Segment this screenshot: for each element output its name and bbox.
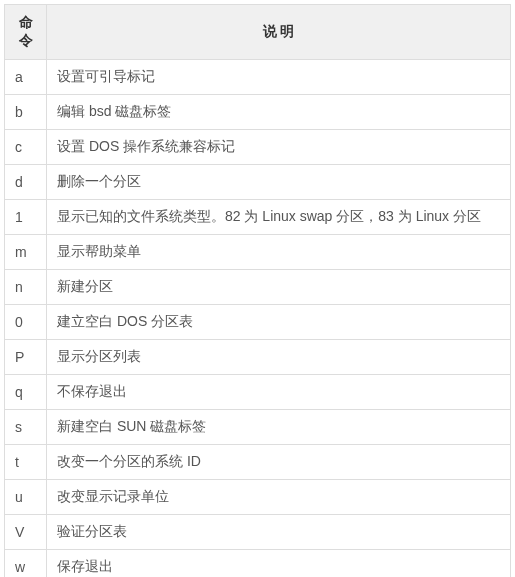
cell-description: 显示已知的文件系统类型。82 为 Linux swap 分区，83 为 Linu…: [47, 200, 511, 235]
cell-command: q: [5, 375, 47, 410]
cell-command: c: [5, 130, 47, 165]
cell-description: 显示分区列表: [47, 340, 511, 375]
cell-description: 验证分区表: [47, 515, 511, 550]
cell-command: u: [5, 480, 47, 515]
table-row: V验证分区表: [5, 515, 511, 550]
table-row: s新建空白 SUN 磁盘标签: [5, 410, 511, 445]
cell-command: s: [5, 410, 47, 445]
table-row: a设置可引导标记: [5, 60, 511, 95]
cell-description: 改变一个分区的系统 ID: [47, 445, 511, 480]
cell-description: 设置可引导标记: [47, 60, 511, 95]
cell-command: 0: [5, 305, 47, 340]
table-row: m显示帮助菜单: [5, 235, 511, 270]
table-row: t改变一个分区的系统 ID: [5, 445, 511, 480]
cell-description: 新建分区: [47, 270, 511, 305]
command-table: 命令 说 明 a设置可引导标记 b编辑 bsd 磁盘标签 c设置 DOS 操作系…: [4, 4, 511, 577]
cell-description: 不保存退出: [47, 375, 511, 410]
cell-command: m: [5, 235, 47, 270]
table-row: w保存退出: [5, 550, 511, 578]
table-row: b编辑 bsd 磁盘标签: [5, 95, 511, 130]
cell-command: w: [5, 550, 47, 578]
cell-command: d: [5, 165, 47, 200]
table-row: q不保存退出: [5, 375, 511, 410]
cell-description: 建立空白 DOS 分区表: [47, 305, 511, 340]
cell-description: 保存退出: [47, 550, 511, 578]
cell-description: 显示帮助菜单: [47, 235, 511, 270]
cell-command: V: [5, 515, 47, 550]
table-row: c设置 DOS 操作系统兼容标记: [5, 130, 511, 165]
table-header-row: 命令 说 明: [5, 5, 511, 60]
cell-command: a: [5, 60, 47, 95]
table-row: d删除一个分区: [5, 165, 511, 200]
cell-command: P: [5, 340, 47, 375]
cell-command: n: [5, 270, 47, 305]
table-row: n新建分区: [5, 270, 511, 305]
cell-description: 删除一个分区: [47, 165, 511, 200]
cell-description: 新建空白 SUN 磁盘标签: [47, 410, 511, 445]
header-description: 说 明: [47, 5, 511, 60]
table-row: 0建立空白 DOS 分区表: [5, 305, 511, 340]
cell-command: 1: [5, 200, 47, 235]
header-command: 命令: [5, 5, 47, 60]
cell-command: b: [5, 95, 47, 130]
table-row: 1显示已知的文件系统类型。82 为 Linux swap 分区，83 为 Lin…: [5, 200, 511, 235]
table-row: P显示分区列表: [5, 340, 511, 375]
cell-description: 编辑 bsd 磁盘标签: [47, 95, 511, 130]
cell-description: 设置 DOS 操作系统兼容标记: [47, 130, 511, 165]
cell-command: t: [5, 445, 47, 480]
cell-description: 改变显示记录单位: [47, 480, 511, 515]
table-row: u改变显示记录单位: [5, 480, 511, 515]
